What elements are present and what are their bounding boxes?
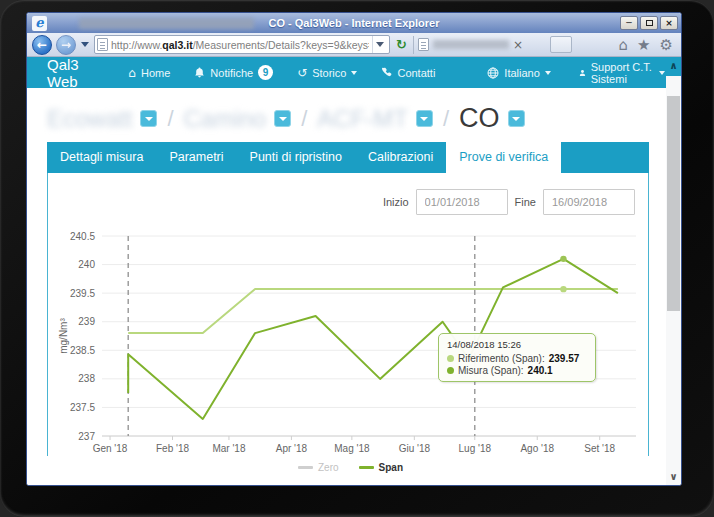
page-title-measurement: CO [459,103,500,134]
history-icon: ↺ [297,66,307,80]
svg-text:Gen '18: Gen '18 [93,443,128,454]
user-menu-label: Support C.T. Sistemi [591,61,654,85]
legend-label: Zero [318,462,339,473]
tooltip-label: Riferimento (Span): [458,353,545,364]
svg-text:237.5: 237.5 [70,402,95,413]
app-navbar: Qal3 Web ⌂ Home Notifiche 9 ↺ Storico Co… [27,57,681,88]
refresh-button[interactable]: ↻ [394,38,409,51]
tooltip-row-riferimento: Riferimento (Span): 239.57 [447,353,587,364]
screenshot-stage: e CO - Qal3Web - Internet Explorer ─ × ←… [0,0,714,517]
svg-text:239.5: 239.5 [70,288,95,299]
chart-tooltip: 14/08/2018 15:26 Riferimento (Span): 239… [438,333,596,382]
chevron-down-icon [279,117,287,121]
new-tab-button[interactable] [550,36,572,53]
nav-item-label: Storico [312,67,346,79]
start-date-input[interactable] [416,189,508,215]
tooltip-date: 14/08/2018 15:26 [447,339,587,350]
chevron-down-icon [659,71,665,75]
nav-item-storico[interactable]: ↺ Storico [297,66,357,80]
svg-text:238: 238 [78,373,95,384]
svg-text:Lug '18: Lug '18 [459,443,492,454]
nav-item-contatti[interactable]: Contatti [381,67,435,79]
svg-text:240: 240 [78,259,95,270]
breadcrumb-item-plant[interactable]: Ecowatt [47,105,132,133]
maximize-button[interactable] [640,16,658,30]
breadcrumb-item-stack[interactable]: Camino [184,105,267,133]
breadcrumb: Ecowatt / Camino / ACF-MT / CO [47,101,666,136]
scroll-down-icon[interactable]: ∨ [666,470,681,484]
forward-button[interactable]: → [56,35,76,55]
chart-legend: Zero Span [56,462,645,473]
legend-dash-icon [298,466,313,469]
tab-prove-di-verifica[interactable]: Prove di verifica [446,142,561,173]
nav-item-home[interactable]: ⌂ Home [128,66,170,80]
user-menu[interactable]: Support C.T. Sistemi [579,61,665,85]
chevron-down-icon [351,71,357,75]
end-date-label: Fine [515,196,536,208]
scroll-up-icon[interactable]: ∧ [666,57,681,76]
breadcrumb-dropdown-button[interactable] [140,110,157,127]
favorites-star-icon[interactable]: ★ [637,37,650,53]
tab-close-icon[interactable]: × [513,39,523,51]
home-icon[interactable]: ⌂ [619,37,629,53]
language-selector[interactable]: Italiano [487,67,550,79]
legend-label: Span [379,462,403,473]
svg-text:240.5: 240.5 [70,231,95,242]
window-title: CO - Qal3Web - Internet Explorer [27,17,681,29]
tab-title-redacted-block [433,40,509,49]
date-filter-row: Inizio Fine [48,173,648,215]
tab-parametri[interactable]: Parametri [156,142,236,173]
tooltip-label: Misura (Span): [458,365,524,376]
svg-text:239: 239 [78,316,95,327]
tab-punti-di-ripristino[interactable]: Punti di ripristino [237,142,355,173]
svg-text:mg/Nm³: mg/Nm³ [58,318,69,354]
title-bar[interactable]: e CO - Qal3Web - Internet Explorer ─ × [27,13,681,33]
svg-text:237: 237 [78,431,95,442]
breadcrumb-separator: / [301,106,307,132]
series-dot-icon [447,355,454,362]
tab-calibrazioni[interactable]: Calibrazioni [355,142,446,173]
chevron-down-icon [512,117,520,121]
maximize-icon [646,20,653,26]
vertical-scrollbar[interactable]: ∧ ∨ [666,57,681,485]
tab-dettagli-misura[interactable]: Dettagli misura [47,142,156,173]
svg-text:Mar '18: Mar '18 [212,443,245,454]
nav-item-label: Home [141,67,170,79]
legend-item-span[interactable]: Span [359,462,403,473]
tooltip-value: 240.1 [528,365,553,376]
back-button[interactable]: ← [32,35,52,55]
recent-pages-caret-icon[interactable] [81,42,89,47]
start-date-label: Inizio [383,196,409,208]
nav-item-notifiche[interactable]: Notifiche 9 [194,65,273,80]
verification-chart: 237237.5238238.5239239.5240240.5Gen '18F… [56,229,645,481]
breadcrumb-dropdown-button[interactable] [508,110,525,127]
app-brand[interactable]: Qal3 Web [47,56,102,90]
end-date-input[interactable] [543,189,635,215]
chevron-down-icon [545,71,551,75]
address-dropdown-button[interactable] [372,36,387,53]
scrollbar-thumb[interactable] [667,96,680,311]
svg-text:Mag '18: Mag '18 [334,443,370,454]
close-button[interactable]: × [660,16,678,30]
address-field[interactable]: http://www.qal3.it/Measurements/Details?… [94,35,390,54]
globe-icon [487,67,499,79]
settings-gear-icon[interactable]: ⚙ [660,37,673,53]
nav-item-label: Notifiche [210,67,253,79]
browser-tab-inactive[interactable]: × [418,38,546,51]
breadcrumb-dropdown-button[interactable] [274,110,291,127]
divider [413,36,414,54]
breadcrumb-item-analyzer[interactable]: ACF-MT [317,105,408,133]
page-icon [97,38,108,51]
breadcrumb-dropdown-button[interactable] [416,110,433,127]
user-icon [579,67,586,79]
series-dot-icon [447,367,454,374]
minimize-button[interactable]: ─ [620,16,638,30]
phone-icon [381,67,392,78]
address-bar: ← → http://www.qal3.it/Measurements/Deta… [27,33,681,57]
ie-window: e CO - Qal3Web - Internet Explorer ─ × ←… [26,12,682,486]
nav-item-label: Contatti [397,67,435,79]
legend-item-zero[interactable]: Zero [298,462,339,473]
language-label: Italiano [504,67,539,79]
legend-dash-icon [359,466,374,469]
bell-icon [194,67,205,79]
